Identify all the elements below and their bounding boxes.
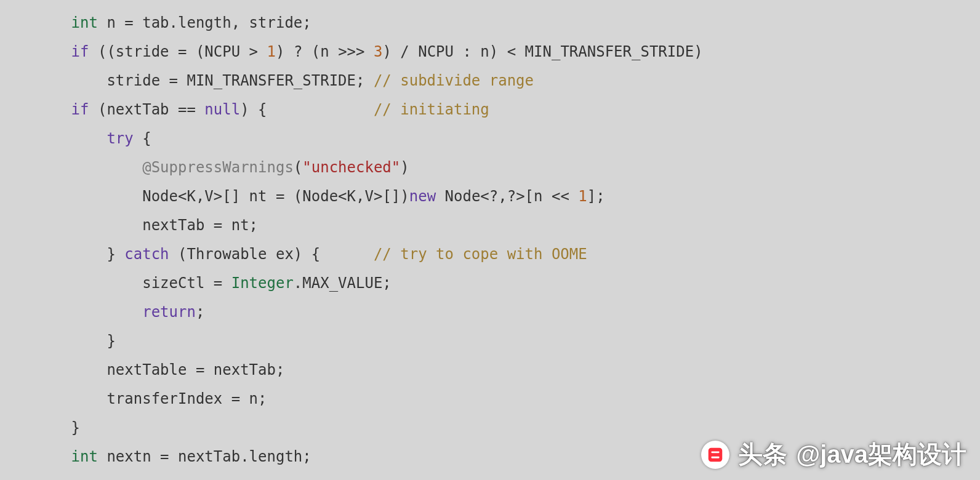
code-token: ; xyxy=(196,303,204,321)
code-token: try xyxy=(106,130,133,147)
code-token: 1 xyxy=(578,188,587,205)
code-token: . xyxy=(240,448,249,465)
code-token: n xyxy=(98,14,124,31)
code-token: = xyxy=(178,43,187,60)
code-token: K xyxy=(347,188,356,205)
code-token: nextTable xyxy=(71,361,196,378)
code-token: , xyxy=(196,188,204,205)
code-line: int n = tab.length, stride; xyxy=(0,14,311,31)
code-token: @SuppressWarnings xyxy=(142,159,294,176)
svg-rect-2 xyxy=(712,456,720,458)
code-token: < xyxy=(507,43,516,60)
code-token: , stride; xyxy=(231,14,311,31)
code-token: = xyxy=(214,217,222,234)
code-token: n) xyxy=(472,43,507,60)
code-token: Integer xyxy=(231,274,294,292)
code-token: [n xyxy=(525,188,552,205)
code-token: V xyxy=(204,188,213,205)
code-token: = xyxy=(276,188,284,205)
code-token: < xyxy=(338,188,347,205)
code-token: nextTab; xyxy=(204,361,284,378)
code-line: int nextn = nextTab.length; xyxy=(0,448,311,465)
code-token: } xyxy=(71,419,80,436)
code-token: nextn xyxy=(98,448,160,465)
code-token: int xyxy=(71,14,98,31)
code-snippet: int n = tab.length, stride; if ((stride … xyxy=(0,0,980,471)
code-token: length xyxy=(178,14,231,31)
code-token: = xyxy=(196,361,204,378)
code-token: = xyxy=(160,448,169,465)
code-token xyxy=(71,303,143,321)
code-token: >>> xyxy=(338,43,364,60)
code-token: tab xyxy=(134,14,169,31)
code-token xyxy=(71,130,107,147)
code-token: = xyxy=(231,390,240,407)
code-line: nextTab = nt; xyxy=(0,217,258,234)
code-token: // subdivide range xyxy=(374,72,534,89)
code-token: << xyxy=(552,188,569,205)
code-token: , xyxy=(356,188,364,205)
code-token xyxy=(71,159,143,176)
code-token: > xyxy=(374,188,382,205)
code-line: transferIndex = n; xyxy=(0,390,267,407)
code-token: > xyxy=(214,188,222,205)
code-token: MAX_VALUE xyxy=(302,274,382,292)
code-token: ? xyxy=(507,188,516,205)
code-token: (NCPU xyxy=(187,43,249,60)
code-token: // initiating xyxy=(374,101,489,118)
code-token: if xyxy=(71,43,89,60)
code-token: : xyxy=(462,43,471,60)
code-token: (n xyxy=(302,43,338,60)
code-token: stride xyxy=(71,72,169,89)
code-token xyxy=(364,43,373,60)
code-token: 3 xyxy=(374,43,382,60)
code-token: // try to cope with OOME xyxy=(374,246,587,263)
code-token: (nextTab xyxy=(89,101,179,118)
code-line: try { xyxy=(0,130,151,147)
code-token: Node xyxy=(71,188,178,205)
code-token: n; xyxy=(240,390,267,407)
code-line: return; xyxy=(0,303,204,321)
code-line: } xyxy=(0,419,80,436)
code-token: . xyxy=(294,274,302,292)
code-token: > xyxy=(516,188,524,205)
toutiao-logo-icon xyxy=(701,441,729,469)
code-token: ( xyxy=(294,159,302,176)
code-token: Node xyxy=(436,188,480,205)
code-token: 1 xyxy=(267,43,276,60)
code-token: catch xyxy=(124,246,169,263)
code-token: (Node xyxy=(284,188,338,205)
code-line: if ((stride = (NCPU > 1) ? (n >>> 3) / N… xyxy=(0,43,703,60)
code-token: (Throwable ex) { xyxy=(169,246,374,263)
code-token: sizeCtl xyxy=(71,274,214,292)
code-token: == xyxy=(178,101,196,118)
code-token: length xyxy=(249,448,303,465)
code-token: ) xyxy=(400,159,409,176)
watermark-prefix: 头条 xyxy=(738,438,787,471)
code-line: } catch (Throwable ex) { // try to cope … xyxy=(0,246,587,263)
code-token xyxy=(196,101,204,118)
code-token xyxy=(222,274,231,292)
svg-rect-1 xyxy=(712,451,720,453)
code-token: MIN_TRANSFER_STRIDE) xyxy=(516,43,702,60)
code-token: ?, xyxy=(489,188,507,205)
code-token: [] nt xyxy=(222,188,276,205)
watermark-handle: @java架构设计 xyxy=(796,438,966,471)
svg-rect-0 xyxy=(709,447,723,462)
code-token: NCPU xyxy=(409,43,463,60)
code-token: ) xyxy=(382,43,400,60)
code-line: if (nextTab == null) { // initiating xyxy=(0,101,489,118)
code-token: ) { xyxy=(240,101,374,118)
code-token: []) xyxy=(382,188,409,205)
code-line: nextTable = nextTab; xyxy=(0,361,284,378)
code-token: ) xyxy=(276,43,294,60)
code-token: if xyxy=(71,101,89,118)
code-token: nt; xyxy=(222,217,258,234)
code-token: nextTab xyxy=(71,217,214,234)
code-token: null xyxy=(204,101,240,118)
code-token: = xyxy=(214,274,222,292)
code-token: transferIndex xyxy=(71,390,231,407)
code-token: "unchecked" xyxy=(302,159,400,176)
watermark: 头条 @java架构设计 xyxy=(701,438,966,471)
code-token xyxy=(258,43,267,60)
